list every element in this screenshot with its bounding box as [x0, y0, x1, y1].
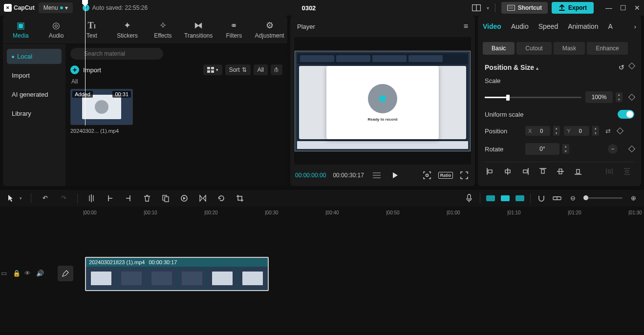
scale-slider[interactable] — [485, 97, 581, 98]
chevron-down-icon[interactable]: ▾ — [487, 5, 489, 11]
zoom-in-icon[interactable]: ⊕ — [628, 193, 638, 203]
keyframe-icon[interactable] — [617, 127, 623, 134]
delete-icon[interactable] — [142, 193, 152, 203]
list-view-icon[interactable] — [371, 169, 383, 181]
align-bottom-icon[interactable] — [573, 166, 583, 177]
rotate-stepper[interactable]: ▴▾ — [562, 144, 569, 154]
player-viewport[interactable]: Ready to record — [294, 37, 471, 165]
track-panel-icon[interactable]: ▭ — [1, 270, 9, 277]
step-up-icon[interactable]: ▴ — [616, 92, 623, 97]
subtab-enhance[interactable]: Enhance — [587, 42, 627, 55]
rotate-icon[interactable] — [216, 193, 226, 203]
link-icon[interactable]: ⇄ — [603, 126, 614, 136]
rotate-reset-icon[interactable]: − — [608, 144, 618, 154]
timeline-clip[interactable]: 202403021823 (1).mp4 00:00:30:17 — [85, 257, 269, 291]
tab-text[interactable]: TI Text — [74, 16, 110, 43]
sidebar-item-library[interactable]: Library — [7, 106, 62, 121]
view-mode-button[interactable]: ▾ — [203, 64, 222, 75]
copy-icon[interactable] — [161, 193, 171, 203]
scale-value[interactable]: 100% — [585, 91, 613, 103]
track-mode-3[interactable] — [515, 195, 524, 201]
zoom-out-icon[interactable]: ⊖ — [568, 193, 578, 203]
export-button[interactable]: Export — [552, 2, 594, 14]
tab-filters[interactable]: ⚭ Filters — [216, 16, 252, 43]
tab-media[interactable]: ▣ Media — [3, 16, 39, 43]
menu-button[interactable]: Menu ▾ — [39, 2, 73, 13]
scale-stepper[interactable]: ▴ ▾ — [616, 92, 623, 102]
inspector-tab-more[interactable]: A — [608, 22, 612, 30]
mute-icon[interactable]: 🔊 — [36, 270, 44, 277]
lock-icon[interactable]: 🔒 — [13, 270, 21, 277]
step-down-icon[interactable]: ▾ — [616, 97, 623, 102]
distribute-v-icon[interactable] — [622, 166, 632, 177]
redo-icon[interactable]: ↷ — [59, 193, 68, 203]
filter-options-button[interactable]: ⫛ — [271, 64, 282, 75]
trim-left-icon[interactable] — [105, 193, 115, 203]
subtab-basic[interactable]: Basic — [483, 42, 515, 55]
keyframe-icon[interactable] — [628, 63, 635, 69]
magnet-icon[interactable] — [537, 193, 546, 203]
link-track-icon[interactable] — [552, 193, 562, 203]
playhead[interactable] — [85, 0, 86, 126]
media-clip[interactable]: Added 00:31 20240302... (1).mp4 — [70, 89, 133, 134]
sidebar-item-import[interactable]: Import — [7, 68, 62, 83]
keyframe-icon[interactable] — [628, 146, 635, 152]
inspector-tab-audio[interactable]: Audio — [511, 22, 529, 30]
distribute-h-icon[interactable] — [604, 166, 615, 177]
timeline-ruler[interactable]: |00:00 |00:10 |00:20 |00:30 |00:40 |00:5… — [0, 207, 644, 218]
position-x-input[interactable]: X 0 — [525, 126, 550, 136]
close-icon[interactable]: ✕ — [634, 4, 640, 12]
inspector-tab-animation[interactable]: Animation — [568, 22, 598, 30]
align-right-icon[interactable] — [520, 166, 531, 177]
collapse-icon[interactable]: ▴ — [536, 65, 538, 71]
import-button[interactable]: + Import — [70, 65, 101, 74]
search-input[interactable] — [70, 48, 163, 60]
undo-icon[interactable]: ↶ — [40, 193, 50, 203]
ratio-button[interactable]: Ratio — [440, 169, 451, 181]
layout-icon[interactable] — [470, 1, 483, 14]
trim-right-icon[interactable] — [124, 193, 133, 203]
keyframe-icon[interactable] — [628, 94, 635, 101]
track-edit-tool[interactable] — [58, 266, 73, 281]
player-menu-icon[interactable]: ≡ — [464, 22, 468, 31]
chevron-down-icon[interactable]: ▾ — [20, 196, 22, 201]
mirror-icon[interactable] — [198, 193, 208, 203]
sort-button[interactable]: Sort ⇅ — [225, 64, 251, 75]
inspector-tab-speed[interactable]: Speed — [538, 22, 558, 30]
filter-all-button[interactable]: All — [254, 64, 268, 75]
reset-icon[interactable]: ↺ — [619, 63, 624, 71]
tab-audio[interactable]: ◎ Audio — [39, 16, 74, 43]
pos-x-stepper[interactable]: ▴▾ — [553, 126, 560, 136]
shortcut-button[interactable]: Shortcut — [501, 2, 548, 14]
tab-adjustment[interactable]: ⚙ Adjustment — [252, 16, 287, 43]
scan-icon[interactable] — [421, 169, 433, 181]
subtab-cutout[interactable]: Cutout — [516, 42, 551, 55]
track-mode-2[interactable] — [501, 195, 510, 201]
zoom-slider[interactable] — [583, 197, 623, 199]
align-left-icon[interactable] — [485, 166, 495, 177]
pos-y-stepper[interactable]: ▴▾ — [592, 126, 599, 136]
inspector-tab-video[interactable]: Video — [483, 22, 501, 30]
tab-effects[interactable]: ✧ Effects — [145, 16, 181, 43]
maximize-icon[interactable]: ☐ — [620, 4, 626, 12]
select-tool-icon[interactable] — [6, 193, 16, 203]
sidebar-item-ai-generated[interactable]: AI generated — [7, 87, 62, 102]
sidebar-item-local[interactable]: Local — [7, 49, 62, 64]
track-mode-1[interactable] — [486, 195, 495, 201]
position-y-input[interactable]: Y 0 — [564, 126, 589, 136]
tab-stickers[interactable]: ✦ Stickers — [109, 16, 145, 43]
align-center-v-icon[interactable] — [555, 166, 566, 177]
subtab-mask[interactable]: Mask — [554, 42, 585, 55]
mic-icon[interactable] — [464, 193, 474, 203]
split-icon[interactable] — [86, 193, 96, 203]
fullscreen-icon[interactable] — [458, 169, 470, 181]
play-button[interactable] — [389, 169, 401, 181]
uniform-scale-toggle[interactable] — [618, 110, 634, 119]
crop-icon[interactable] — [235, 193, 245, 203]
align-top-icon[interactable] — [537, 166, 548, 177]
rotate-value-input[interactable]: 0° — [525, 143, 559, 155]
eye-icon[interactable]: 👁 — [24, 270, 32, 277]
reverse-icon[interactable] — [179, 193, 189, 203]
tab-transitions[interactable]: ⧓ Transitions — [181, 16, 216, 43]
minimize-icon[interactable]: — — [605, 4, 612, 12]
